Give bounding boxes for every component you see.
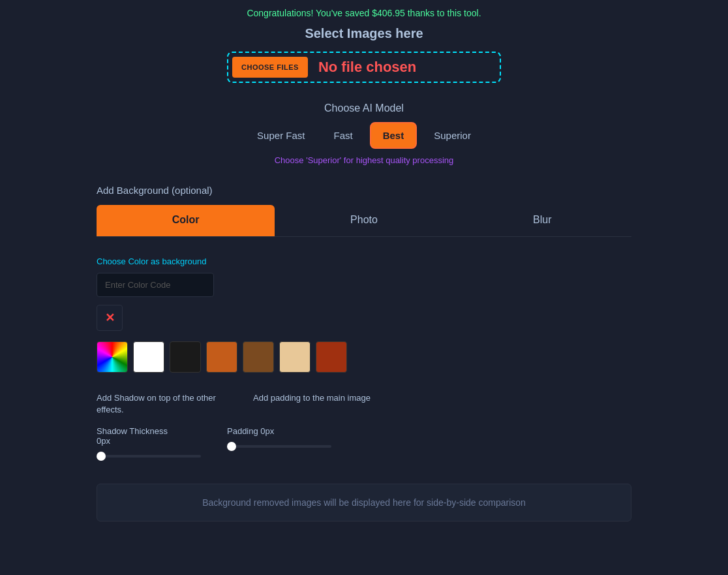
file-upload-area: CHOOSE FILES No file chosen (227, 52, 501, 83)
add-background-label: Add Background (optional) (97, 185, 631, 196)
padding-slider-track (227, 445, 331, 448)
color-swatches (97, 341, 631, 373)
swatch-white[interactable] (133, 341, 164, 373)
background-tabs: Color Photo Blur (97, 205, 631, 237)
savings-text: Congratulations! You've saved $406.95 th… (247, 8, 481, 18)
shadow-slider-track (97, 455, 201, 458)
choose-color-label: Choose Color as background (97, 256, 631, 266)
padding-slider-group: Padding 0px (227, 426, 331, 458)
ai-model-label: Choose AI Model (245, 102, 483, 114)
shadow-slider-group: Shadow Thickness 0px (97, 426, 201, 458)
model-btn-superfast[interactable]: Super Fast (245, 123, 316, 148)
swatch-cream[interactable] (279, 341, 311, 373)
no-file-label: No file chosen (318, 59, 416, 76)
superior-hint: Choose 'Superior' for highest quality pr… (245, 155, 483, 165)
padding-description: Add padding to the main image (253, 392, 371, 416)
sliders-section: Shadow Thickness 0px Padding 0px (97, 426, 631, 458)
padding-slider-thumb[interactable] (227, 442, 236, 451)
upload-section-title: Select Images here (305, 26, 423, 41)
clear-color-button[interactable]: ✕ (97, 305, 123, 331)
shadow-slider-thumb[interactable] (97, 452, 106, 461)
x-icon: ✕ (105, 311, 115, 325)
swatch-rust[interactable] (316, 341, 347, 373)
color-section: Choose Color as background ✕ Add Shadow … (97, 250, 631, 464)
tab-color[interactable]: Color (97, 205, 275, 236)
model-btn-best[interactable]: Best (370, 122, 417, 149)
tab-blur[interactable]: Blur (453, 205, 631, 236)
shadow-thickness-label: Shadow Thickness 0px (97, 426, 201, 446)
model-buttons-group: Super Fast Fast Best Superior (245, 122, 483, 149)
swatch-brown[interactable] (243, 341, 274, 373)
preview-text: Background removed images will be displa… (202, 497, 526, 508)
tab-photo[interactable]: Photo (275, 205, 453, 236)
swatch-orange[interactable] (206, 341, 237, 373)
left-panel: Add Background (optional) Color Photo Bl… (97, 185, 631, 464)
color-code-input[interactable] (97, 273, 214, 297)
model-btn-fast[interactable]: Fast (322, 123, 364, 148)
ai-model-section: Choose AI Model Super Fast Fast Best Sup… (245, 102, 483, 165)
effects-row: Add Shadow on top of the other effects. … (97, 392, 631, 416)
shadow-description: Add Shadow on top of the other effects. (97, 392, 227, 416)
choose-files-button[interactable]: CHOOSE FILES (232, 57, 308, 78)
savings-banner: Congratulations! You've saved $406.95 th… (0, 0, 728, 26)
padding-value-label: Padding 0px (227, 426, 331, 436)
model-btn-superior[interactable]: Superior (422, 123, 483, 148)
swatch-rainbow[interactable] (97, 341, 128, 373)
preview-area: Background removed images will be displa… (97, 484, 631, 521)
swatch-black[interactable] (170, 341, 201, 373)
